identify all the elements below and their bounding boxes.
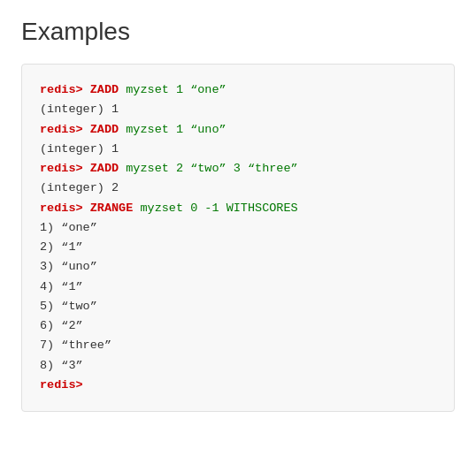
code-line: 5) “two”: [40, 297, 436, 316]
code-block: redis> ZADD myzset 1 “one”(integer) 1red…: [21, 64, 455, 412]
code-line: redis> ZADD myzset 2 “two” 3 “three”: [40, 159, 436, 179]
code-line: 8) “3”: [40, 356, 436, 376]
code-line: redis> ZRANGE myzset 0 -1 WITHSCORES: [40, 199, 436, 218]
code-line: 6) “2”: [40, 316, 436, 336]
code-line: (integer) 2: [40, 179, 436, 198]
code-line: redis> ZADD myzset 1 “one”: [40, 80, 436, 100]
code-line: 2) “1”: [40, 238, 436, 257]
code-line: 4) “1”: [40, 278, 436, 297]
code-line: redis>: [40, 376, 436, 395]
code-line: (integer) 1: [40, 100, 436, 119]
page-title: Examples: [21, 18, 455, 46]
code-line: 7) “three”: [40, 336, 436, 355]
code-line: (integer) 1: [40, 140, 436, 159]
code-line: 1) “one”: [40, 218, 436, 238]
code-line: redis> ZADD myzset 1 “uno”: [40, 120, 436, 140]
code-line: 3) “uno”: [40, 257, 436, 277]
